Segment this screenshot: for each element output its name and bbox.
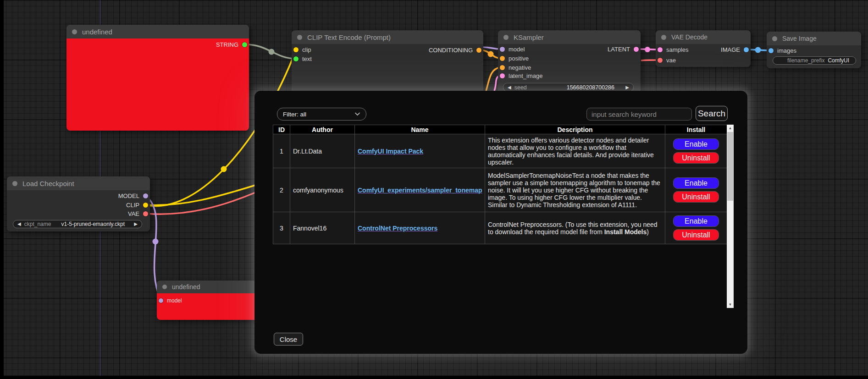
slot-dot[interactable] bbox=[634, 47, 639, 52]
enable-button[interactable]: Enable bbox=[673, 215, 719, 227]
node-ksampler[interactable]: KSampler model positive negative latent_… bbox=[498, 30, 641, 99]
slot-dot[interactable] bbox=[500, 65, 505, 70]
link-midpoint-dot[interactable] bbox=[221, 166, 227, 172]
node-undefined-bottom[interactable]: undefined model bbox=[157, 280, 259, 320]
link-midpoint-dot[interactable] bbox=[269, 49, 275, 55]
node-title: undefined bbox=[172, 283, 200, 291]
input-slot-samples[interactable]: samples bbox=[658, 45, 688, 54]
input-slot-text[interactable]: text bbox=[293, 55, 312, 63]
uninstall-button[interactable]: Uninstall bbox=[673, 152, 719, 164]
output-slot-conditioning[interactable]: CONDITIONING bbox=[429, 46, 481, 54]
slot-dot[interactable] bbox=[500, 73, 505, 78]
output-slot-clip[interactable]: CLIP bbox=[126, 201, 148, 209]
uninstall-button[interactable]: Uninstall bbox=[673, 229, 719, 241]
enable-button[interactable]: Enable bbox=[673, 138, 719, 150]
enable-button[interactable]: Enable bbox=[673, 177, 719, 189]
slot-dot[interactable] bbox=[293, 56, 299, 61]
link-vae-out[interactable] bbox=[146, 192, 255, 214]
link-clip-second[interactable] bbox=[146, 185, 255, 205]
output-slot-image[interactable]: IMAGE bbox=[721, 45, 749, 54]
filename-prefix-widget[interactable]: filename_prefix ComfyUI bbox=[773, 56, 856, 65]
seed-decrement-arrow-icon[interactable]: ◀ bbox=[508, 85, 511, 90]
ckpt-name-widget[interactable]: ◀ ckpt_name v1-5-pruned-emaonly.ckpt ▶ bbox=[13, 220, 142, 228]
ckpt-decrement-arrow-icon[interactable]: ◀ bbox=[17, 222, 21, 226]
slot-dot[interactable] bbox=[500, 47, 505, 52]
node-title: VAE Decode bbox=[671, 33, 708, 41]
input-slot-model[interactable]: model bbox=[159, 297, 182, 305]
slot-dot[interactable] bbox=[159, 298, 163, 303]
node-collapse-dot[interactable] bbox=[162, 285, 167, 289]
scrollbar-up-arrow-icon[interactable]: ▲ bbox=[727, 125, 734, 132]
slot-label: clip bbox=[302, 46, 311, 53]
slot-dot[interactable] bbox=[658, 58, 663, 63]
node-title-bar[interactable]: KSampler bbox=[498, 30, 641, 44]
scrollbar-thumb[interactable] bbox=[727, 132, 733, 201]
node-title: Load Checkpoint bbox=[22, 180, 74, 187]
link-midpoint-dot[interactable] bbox=[153, 239, 159, 245]
close-button[interactable]: Close bbox=[274, 333, 303, 346]
output-slot-vae[interactable]: VAE bbox=[128, 209, 148, 218]
node-collapse-dot[interactable] bbox=[297, 35, 302, 40]
node-undefined-top[interactable]: undefined STRING bbox=[66, 25, 249, 131]
extension-link[interactable]: ControlNet Preprocessors bbox=[358, 225, 437, 232]
node-collapse-dot[interactable] bbox=[503, 35, 509, 40]
node-title-bar[interactable]: CLIP Text Encode (Prompt) bbox=[292, 30, 483, 44]
slot-dot[interactable] bbox=[242, 42, 247, 47]
link-midpoint-dot[interactable] bbox=[488, 51, 494, 57]
cell-id: 3 bbox=[273, 212, 290, 244]
table-scrollbar[interactable]: ▲ ▼ bbox=[727, 125, 734, 308]
slot-dot[interactable] bbox=[143, 193, 148, 198]
comfyui-canvas[interactable]: undefined STRING CLIP Text Encode (Promp… bbox=[0, 0, 868, 379]
node-title-bar[interactable]: undefined bbox=[157, 280, 259, 293]
input-slot-clip[interactable]: clip bbox=[293, 45, 311, 54]
node-title-bar[interactable]: VAE Decode bbox=[656, 30, 751, 44]
output-slot-model[interactable]: MODEL bbox=[118, 192, 148, 200]
slot-dot[interactable] bbox=[476, 48, 481, 53]
input-slot-negative[interactable]: negative bbox=[500, 63, 531, 71]
slot-dot[interactable] bbox=[768, 48, 774, 53]
uninstall-button[interactable]: Uninstall bbox=[673, 191, 719, 203]
slot-dot[interactable] bbox=[293, 47, 299, 52]
node-collapse-dot[interactable] bbox=[772, 36, 777, 41]
node-body: model bbox=[157, 293, 259, 320]
extension-link[interactable]: ComfyUI Impact Pack bbox=[358, 148, 423, 155]
slot-dot[interactable] bbox=[658, 47, 663, 52]
cell-install: Enable Uninstall bbox=[665, 168, 727, 212]
search-input[interactable] bbox=[586, 108, 692, 121]
node-collapse-dot[interactable] bbox=[72, 29, 77, 34]
slot-label: CONDITIONING bbox=[429, 47, 473, 54]
filter-select[interactable]: Filter: all bbox=[277, 108, 366, 121]
link-midpoint-dot[interactable] bbox=[645, 47, 650, 52]
cell-author: comfyanonymous bbox=[290, 168, 355, 212]
node-save-image[interactable]: Save Image images filename_prefix ComfyU… bbox=[767, 32, 861, 68]
widget-label: filename_prefix bbox=[787, 57, 824, 64]
node-title-bar[interactable]: Save Image bbox=[767, 32, 861, 45]
node-body: STRING bbox=[66, 38, 249, 131]
node-vae-decode[interactable]: VAE Decode samples vae IMAGE bbox=[656, 30, 751, 67]
node-title-bar[interactable]: Load Checkpoint bbox=[7, 176, 150, 190]
node-collapse-dot[interactable] bbox=[661, 35, 666, 40]
widget-label: seed bbox=[514, 84, 527, 91]
output-slot-string[interactable]: STRING bbox=[216, 40, 247, 49]
link-midpoint-dot[interactable] bbox=[755, 47, 761, 53]
slot-dot[interactable] bbox=[500, 56, 505, 61]
extension-link[interactable]: ComfyUI_experiments/sampler_tonemap bbox=[358, 187, 482, 194]
node-title-bar[interactable]: undefined bbox=[66, 25, 249, 38]
slot-label: model bbox=[509, 46, 525, 53]
ckpt-increment-arrow-icon[interactable]: ▶ bbox=[134, 222, 138, 226]
seed-increment-arrow-icon[interactable]: ▶ bbox=[625, 85, 629, 90]
output-slot-latent[interactable]: LATENT bbox=[608, 45, 639, 53]
input-slot-model[interactable]: model bbox=[500, 45, 525, 53]
slot-dot[interactable] bbox=[744, 47, 749, 52]
input-slot-positive[interactable]: positive bbox=[500, 54, 529, 62]
input-slot-vae[interactable]: vae bbox=[658, 56, 676, 64]
scrollbar-down-arrow-icon[interactable]: ▼ bbox=[727, 301, 734, 308]
slot-label: model bbox=[167, 297, 182, 304]
node-load-checkpoint[interactable]: Load Checkpoint MODEL CLIP VAE ◀ ckpt_na… bbox=[7, 176, 150, 231]
slot-dot[interactable] bbox=[143, 211, 148, 216]
search-button[interactable]: Search bbox=[696, 106, 728, 121]
input-slot-images[interactable]: images bbox=[768, 46, 796, 55]
node-collapse-dot[interactable] bbox=[12, 181, 17, 186]
input-slot-latent-image[interactable]: latent_image bbox=[500, 71, 542, 80]
slot-dot[interactable] bbox=[143, 203, 148, 208]
